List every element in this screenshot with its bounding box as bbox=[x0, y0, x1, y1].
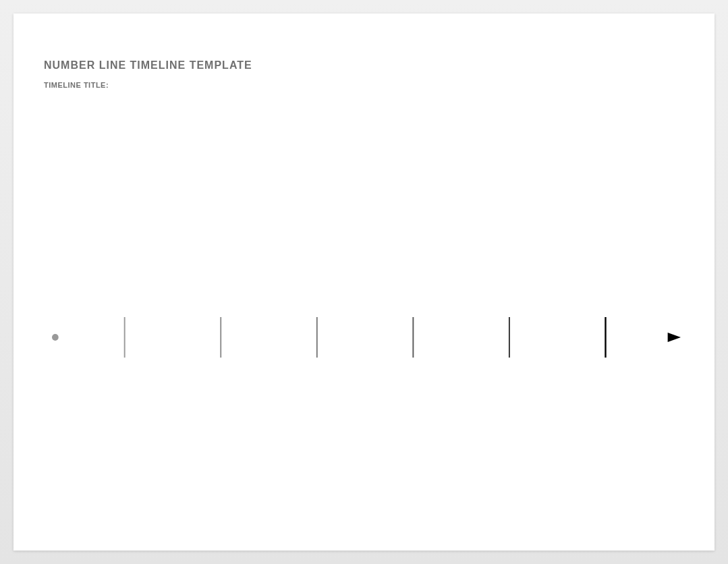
timeline-title-label: TIMELINE TITLE: bbox=[44, 81, 684, 89]
page-title: NUMBER LINE TIMELINE TEMPLATE bbox=[44, 59, 684, 72]
timeline bbox=[53, 310, 681, 364]
number-line-icon bbox=[53, 310, 681, 364]
svg-marker-2 bbox=[668, 333, 681, 342]
document-page: NUMBER LINE TIMELINE TEMPLATE TIMELINE T… bbox=[13, 13, 715, 551]
